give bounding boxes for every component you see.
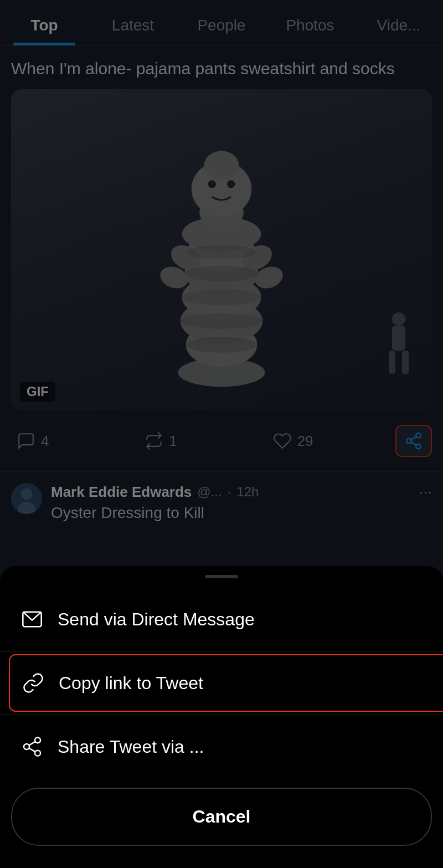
send-dm-button[interactable]: Send via Direct Message: [0, 589, 443, 649]
svg-point-34: [35, 737, 40, 743]
mail-icon: [20, 607, 44, 631]
svg-point-36: [35, 751, 40, 756]
svg-line-37: [29, 748, 35, 752]
share-tweet-label: Share Tweet via ...: [58, 737, 204, 757]
share-icon: [20, 735, 44, 759]
link-icon: [21, 671, 45, 695]
divider-1: [0, 651, 443, 652]
bottom-sheet-overlay[interactable]: Send via Direct Message Copy link to Twe…: [0, 0, 443, 868]
share-tweet-button[interactable]: Share Tweet via ...: [0, 717, 443, 777]
bottom-sheet: Send via Direct Message Copy link to Twe…: [0, 566, 443, 868]
cancel-button[interactable]: Cancel: [11, 788, 432, 846]
send-dm-label: Send via Direct Message: [58, 609, 255, 630]
svg-line-38: [29, 742, 35, 746]
svg-point-35: [24, 744, 29, 749]
copy-link-button[interactable]: Copy link to Tweet: [9, 654, 443, 712]
sheet-handle: [205, 575, 238, 578]
copy-link-label: Copy link to Tweet: [59, 673, 203, 694]
divider-2: [0, 714, 443, 715]
cancel-wrapper: Cancel: [0, 777, 443, 851]
